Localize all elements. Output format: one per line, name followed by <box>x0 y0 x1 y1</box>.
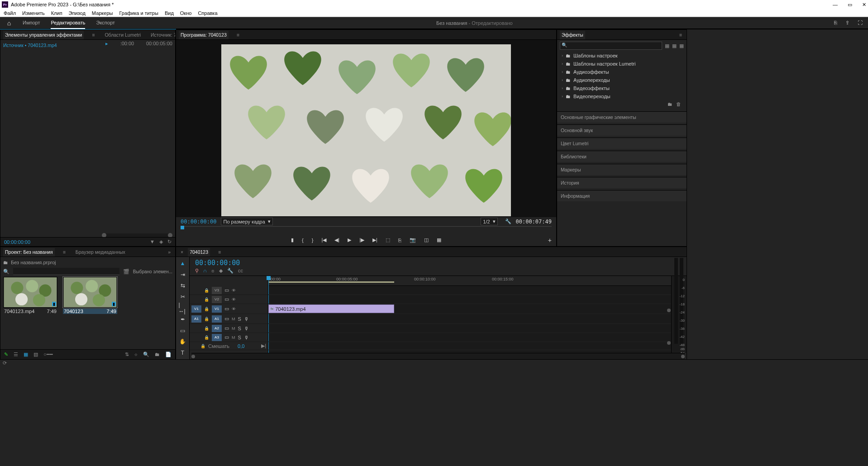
lane-v2[interactable] <box>268 295 671 304</box>
tab-effect-controls[interactable]: Элементы управления эффектами <box>3 31 84 39</box>
tab-media-browser[interactable]: Браузер медиаданных <box>74 248 127 256</box>
tab-timeline[interactable]: 7040123 <box>188 248 210 257</box>
tree-audio-effects[interactable]: ›🖿Аудиоэффекты <box>560 68 684 76</box>
keyframe-icon[interactable]: ◈ <box>159 239 163 245</box>
tab-lumetri-scopes[interactable]: Области Lumetri <box>103 31 143 39</box>
timeline-clip[interactable]: fx7040123.mp4 <box>268 304 394 313</box>
marker-icon[interactable]: ⍟ <box>211 268 215 274</box>
panel-menu-icon[interactable]: ≡ <box>677 31 684 39</box>
tab-program[interactable]: Программа: 7040123 <box>179 31 229 39</box>
menu-help[interactable]: Справка <box>198 10 217 16</box>
mark-in-icon[interactable]: ▮ <box>291 237 294 243</box>
tree-video-effects[interactable]: ›🖿Видеоэффекты <box>560 84 684 92</box>
settings-icon[interactable]: ◆ <box>219 268 223 274</box>
program-ruler[interactable] <box>181 226 552 234</box>
fullscreen-icon[interactable]: ⛶ <box>858 20 863 26</box>
subpanel-sound[interactable]: Основной звук <box>557 124 687 136</box>
pen-tool-icon[interactable]: ✒ <box>179 316 187 323</box>
go-to-out-icon[interactable]: ▶| <box>372 237 377 243</box>
new-item-icon[interactable]: 📄 <box>165 352 172 357</box>
lane-mix[interactable] <box>268 342 671 350</box>
list-view-icon[interactable]: ☰ <box>14 352 18 357</box>
close-button[interactable]: ✕ <box>862 2 866 8</box>
safe-margins-icon[interactable]: ▦ <box>437 237 441 243</box>
in-bracket-icon[interactable]: { <box>302 238 304 243</box>
lane-v1[interactable]: fx7040123.mp4 <box>268 304 671 314</box>
ws-tab-edit[interactable]: Редактировать <box>51 17 85 29</box>
track-header-a1[interactable]: A1🔒A1▭MS🎙 <box>190 314 268 324</box>
hand-tool-icon[interactable]: ✋ <box>179 338 187 346</box>
track-header-v1[interactable]: V1🔒V1▭👁 <box>190 304 268 314</box>
rectangle-tool-icon[interactable]: ▭ <box>179 327 187 335</box>
button-editor-icon[interactable]: + <box>548 237 552 244</box>
home-icon[interactable]: ⌂ <box>0 19 18 27</box>
timeline-vscroll[interactable] <box>667 286 671 347</box>
ws-tab-export[interactable]: Экспорт <box>96 17 114 29</box>
razor-tool-icon[interactable]: ✂ <box>179 293 187 301</box>
menu-markers[interactable]: Маркеры <box>92 10 113 16</box>
timeline-ruler[interactable]: :00:00 00:00:05:00 00:00:10:00 00:00:15:… <box>268 276 671 286</box>
effects-search-input[interactable] <box>560 42 662 50</box>
lane-a3[interactable] <box>268 333 671 342</box>
panel-menu-icon[interactable]: ≡ <box>90 31 96 39</box>
lane-v3[interactable] <box>268 286 671 295</box>
menu-view[interactable]: Вид <box>165 10 174 16</box>
subpanel-history[interactable]: История <box>557 177 687 188</box>
panel-menu-icon[interactable]: ≡ <box>216 248 223 256</box>
menu-window[interactable]: Окно <box>180 10 192 16</box>
bin-icon[interactable]: 🖿 <box>3 260 8 265</box>
find-icon[interactable]: 🔍 <box>143 352 149 357</box>
out-bracket-icon[interactable]: } <box>312 238 314 243</box>
ec-timecode[interactable]: 00:00:00:00 <box>4 239 30 245</box>
timeline-timecode[interactable]: 00:00:00:00 <box>195 259 243 267</box>
menu-graphics[interactable]: Графика и титры <box>119 10 158 16</box>
project-item-sequence[interactable]: ▮ 70401237:49 <box>63 277 117 314</box>
menu-file[interactable]: Файл <box>4 10 16 16</box>
wrench-icon[interactable]: 🔧 <box>227 268 234 274</box>
panel-menu-icon[interactable]: ≡ <box>61 248 67 256</box>
track-header-v2[interactable]: 🔒V2▭👁 <box>190 295 268 304</box>
resolution-dropdown[interactable]: 1/2▾ <box>481 218 497 225</box>
subpanel-graphics[interactable]: Основные графические элементы <box>557 111 687 123</box>
cc-icon[interactable]: cc <box>238 268 243 274</box>
go-to-in-icon[interactable]: |◀ <box>321 237 326 243</box>
lane-a1[interactable] <box>268 314 671 324</box>
linked-selection-icon[interactable]: ∩ <box>203 268 207 274</box>
compare-icon[interactable]: ◫ <box>424 237 429 243</box>
program-video-frame[interactable] <box>176 40 556 217</box>
tree-lumetri-presets[interactable]: ›🖿Шаблоны настроек Lumetri <box>560 60 684 68</box>
lift-icon[interactable]: ⬚ <box>386 237 390 243</box>
quick-export-icon[interactable]: ⎘ <box>834 20 837 26</box>
tree-audio-transitions[interactable]: ›🖿Аудиопереходы <box>560 76 684 84</box>
settings-icon[interactable]: 🔧 <box>505 219 511 224</box>
tree-presets[interactable]: ›🖿Шаблоны настроек <box>560 52 684 60</box>
step-back-icon[interactable]: ◀| <box>334 237 339 243</box>
project-item-clip[interactable]: ▮ 7040123.mp47:49 <box>3 277 57 314</box>
work-area-bar[interactable] <box>268 281 394 283</box>
tab-effects[interactable]: Эффекты <box>560 31 585 39</box>
loop-icon[interactable]: ↻ <box>167 239 172 245</box>
snap-icon[interactable]: ⚲ <box>195 268 199 274</box>
overflow-icon[interactable]: » <box>166 248 172 256</box>
menu-sequence[interactable]: Эпизод <box>69 10 86 16</box>
write-icon[interactable]: ✎ <box>4 352 8 357</box>
freeform-icon[interactable]: ▧ <box>33 352 38 357</box>
panel-menu-icon[interactable]: ≡ <box>235 31 241 39</box>
ec-scrollbar[interactable] <box>102 233 172 237</box>
timeline-track-area[interactable]: :00:00 00:00:05:00 00:00:10:00 00:00:15:… <box>268 276 671 353</box>
subpanel-lumetri[interactable]: Цвет Lumetri <box>557 138 687 149</box>
subpanel-libraries[interactable]: Библиотеки <box>557 151 687 162</box>
track-header-mix[interactable]: 🔒Смешать0,0▶| <box>190 342 268 350</box>
sort-icon[interactable]: ⇅ <box>125 352 129 357</box>
filter-icon[interactable]: ▼ <box>150 239 155 245</box>
slip-tool-icon[interactable]: |↔| <box>179 304 187 312</box>
program-timecode-left[interactable]: 00:00:00:00 <box>181 219 216 225</box>
lane-a2[interactable] <box>268 324 671 333</box>
ripple-tool-icon[interactable]: ⇆ <box>179 282 187 290</box>
timeline-zoom-bar[interactable] <box>191 353 685 359</box>
zoom-slider[interactable]: ○━━ <box>43 352 53 357</box>
clapperboard-icon[interactable]: 🎬 <box>123 269 129 275</box>
track-header-a2[interactable]: 🔒A2▭MS🎙 <box>190 324 268 333</box>
extract-icon[interactable]: ⎘ <box>398 238 401 243</box>
icon-view-icon[interactable]: ▦ <box>24 352 28 357</box>
